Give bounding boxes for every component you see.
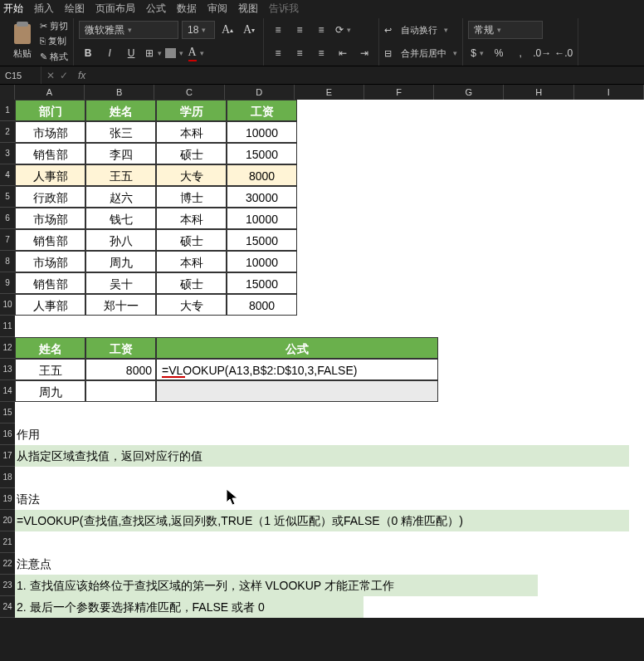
cell[interactable]: 李四 <box>85 143 156 164</box>
row-header[interactable]: 7 <box>0 229 15 251</box>
col-header-b[interactable]: B <box>85 85 154 100</box>
cell[interactable] <box>85 380 156 402</box>
cell[interactable]: 王五 <box>15 359 85 380</box>
tab-home[interactable]: 开始 <box>3 2 23 16</box>
tab-view[interactable]: 视图 <box>238 2 258 16</box>
table-header[interactable]: 学历 <box>156 100 227 121</box>
cell[interactable]: 10000 <box>227 251 297 272</box>
note-heading[interactable]: 作用 <box>15 424 629 445</box>
align-right-button[interactable]: ≡ <box>312 44 330 62</box>
tab-tellme[interactable]: 告诉我 <box>269 2 299 16</box>
increase-font-button[interactable]: A▴ <box>218 21 237 39</box>
format-painter-button[interactable]: ✎ 格式 <box>40 51 68 63</box>
cell[interactable]: 郑十一 <box>85 294 156 316</box>
cell[interactable] <box>156 380 438 402</box>
indent-decrease-button[interactable]: ⇤ <box>334 44 352 62</box>
select-all-corner[interactable] <box>0 85 15 100</box>
row-header[interactable]: 6 <box>0 208 15 229</box>
cell[interactable]: 赵六 <box>85 186 156 208</box>
spreadsheet-grid[interactable]: A B C D E F G H I 1 部门 姓名 学历 工资 2市场部张三本科… <box>0 85 644 618</box>
increase-decimal-button[interactable]: .0→ <box>533 44 551 62</box>
align-top-button[interactable]: ≡ <box>269 21 287 39</box>
fill-color-button[interactable]: ▾ <box>165 44 183 62</box>
cell[interactable]: 本科 <box>156 121 227 143</box>
note-text[interactable]: 2. 最后一个参数要选择精准匹配，FALSE 或者 0 <box>15 596 363 618</box>
cell[interactable]: 大专 <box>156 164 227 186</box>
row-header[interactable]: 3 <box>0 143 15 164</box>
confirm-formula-button[interactable]: ✓ <box>60 70 68 81</box>
formula-cell[interactable]: =VLOOKUP(A13,B$2:D$10,3,FALSE) <box>156 359 438 380</box>
font-name-select[interactable]: 微软雅黑▾ <box>79 21 178 39</box>
merge-center-button[interactable]: ⊟ 合并后居中▾ <box>384 42 457 65</box>
currency-button[interactable]: $▾ <box>468 44 486 62</box>
col-header-c[interactable]: C <box>154 85 224 100</box>
cell[interactable]: 硕士 <box>156 272 227 294</box>
cell[interactable]: 市场部 <box>15 208 85 229</box>
cell[interactable]: 王五 <box>85 164 156 186</box>
formula-input[interactable]: fx <box>73 70 644 81</box>
note-heading[interactable]: 语法 <box>15 488 629 510</box>
cell[interactable]: 钱七 <box>85 208 156 229</box>
lookup-header[interactable]: 工资 <box>85 337 156 359</box>
number-format-select[interactable]: 常规▾ <box>468 21 543 39</box>
row-header[interactable]: 19 <box>0 488 15 510</box>
row-header[interactable]: 17 <box>0 445 15 467</box>
cell[interactable]: 市场部 <box>15 251 85 272</box>
col-header-d[interactable]: D <box>225 85 295 100</box>
cell[interactable]: 销售部 <box>15 272 85 294</box>
tab-formulas[interactable]: 公式 <box>146 2 166 16</box>
cell[interactable]: 15000 <box>227 272 297 294</box>
row-header[interactable]: 11 <box>0 316 15 337</box>
lookup-header[interactable]: 公式 <box>156 337 438 359</box>
cell[interactable]: 15000 <box>227 229 297 251</box>
col-header-g[interactable]: G <box>434 85 504 100</box>
tab-insert[interactable]: 插入 <box>34 2 54 16</box>
row-header[interactable]: 4 <box>0 164 15 186</box>
tab-layout[interactable]: 页面布局 <box>95 2 135 16</box>
align-center-button[interactable]: ≡ <box>290 44 309 62</box>
wrap-text-button[interactable]: ↩ 自动换行▾ <box>384 18 457 42</box>
col-header-h[interactable]: H <box>504 85 573 100</box>
orientation-button[interactable]: ⟳▾ <box>334 21 352 39</box>
row-header[interactable]: 22 <box>0 553 15 575</box>
col-header-i[interactable]: I <box>574 85 644 100</box>
row-header[interactable]: 1 <box>0 100 15 121</box>
cell[interactable]: 15000 <box>227 143 297 164</box>
table-header[interactable]: 工资 <box>227 100 297 121</box>
note-text[interactable]: 1. 查找值应该始终位于查找区域的第一列，这样 VLOOKUP 才能正常工作 <box>15 575 538 596</box>
tab-review[interactable]: 审阅 <box>207 2 227 16</box>
cell[interactable]: 硕士 <box>156 143 227 164</box>
cell[interactable]: 孙八 <box>85 229 156 251</box>
font-color-button[interactable]: A▾ <box>187 44 205 62</box>
col-header-f[interactable]: F <box>364 85 434 100</box>
note-heading[interactable]: 注意点 <box>15 553 629 575</box>
row-header[interactable]: 23 <box>0 575 15 596</box>
note-text[interactable]: 从指定区域查找值，返回对应行的值 <box>15 445 629 467</box>
align-middle-button[interactable]: ≡ <box>290 21 309 39</box>
cell[interactable]: 吴十 <box>85 272 156 294</box>
cell[interactable]: 10000 <box>227 208 297 229</box>
cell[interactable]: 大专 <box>156 294 227 316</box>
cell[interactable]: 人事部 <box>15 294 85 316</box>
col-header-a[interactable]: A <box>15 85 85 100</box>
cell[interactable]: 本科 <box>156 208 227 229</box>
cut-button[interactable]: ✂ 剪切 <box>40 20 68 32</box>
cell[interactable]: 8000 <box>227 294 297 316</box>
italic-button[interactable]: I <box>100 44 119 62</box>
copy-button[interactable]: ⎘ 复制 <box>40 35 68 47</box>
row-header[interactable]: 10 <box>0 294 15 316</box>
align-bottom-button[interactable]: ≡ <box>312 21 330 39</box>
cell[interactable]: 本科 <box>156 251 227 272</box>
cancel-formula-button[interactable]: ✕ <box>46 70 55 81</box>
cell[interactable]: 销售部 <box>15 229 85 251</box>
row-header[interactable]: 21 <box>0 531 15 553</box>
tab-draw[interactable]: 绘图 <box>65 2 85 16</box>
row-header[interactable]: 12 <box>0 337 15 359</box>
percent-button[interactable]: % <box>490 44 508 62</box>
cell[interactable]: 销售部 <box>15 143 85 164</box>
cell[interactable]: 张三 <box>85 121 156 143</box>
row-header[interactable]: 14 <box>0 380 15 402</box>
col-header-e[interactable]: E <box>295 85 364 100</box>
align-left-button[interactable]: ≡ <box>269 44 287 62</box>
row-header[interactable]: 24 <box>0 596 15 618</box>
